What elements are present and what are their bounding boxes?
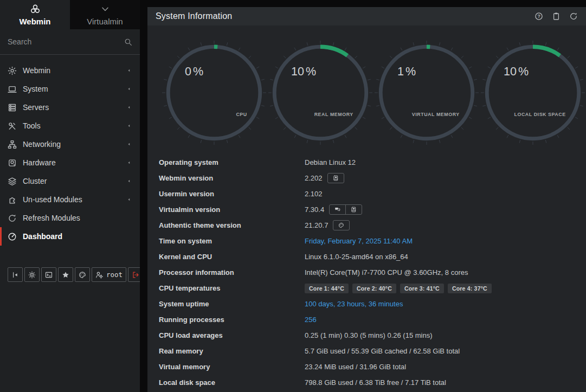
info-value: 100 days, 23 hours, 36 minutes xyxy=(305,300,403,308)
collapse-icon xyxy=(11,271,19,279)
sidebar-item-un-used-modules[interactable]: Un-used Modules xyxy=(0,190,140,209)
logout-icon xyxy=(132,271,139,279)
temperature-badge: Core 2: 40°C xyxy=(352,284,396,293)
sidebar-item-label: Dashboard xyxy=(23,232,62,241)
theme-palette-button[interactable] xyxy=(75,267,90,282)
info-value: 0.25 (1 min) 0.30 (5 mins) 0.26 (15 mins… xyxy=(305,331,433,339)
tab-virtualmin[interactable]: Virtualmin xyxy=(70,0,140,29)
info-value: 7.30.4 xyxy=(305,204,362,215)
info-value: Debian Linux 12 xyxy=(305,158,356,166)
info-label: Local disk space xyxy=(159,378,305,387)
info-value: 2.202 xyxy=(305,173,344,183)
info-row-local-disk-space: Local disk space798.8 GiB used / 6.38 Ti… xyxy=(147,375,586,390)
info-value: 798.8 GiB used / 6.38 TiB free / 7.17 Ti… xyxy=(305,378,446,387)
sidebar-item-servers[interactable]: Servers xyxy=(0,98,140,117)
collapse-sidebar-button[interactable] xyxy=(8,267,23,282)
puzzle-icon xyxy=(8,195,17,204)
gauge-virtual-memory: 1%VIRTUAL MEMORY xyxy=(374,40,480,146)
gauges-row: 0%CPU10%REAL MEMORY1%VIRTUAL MEMORY10%LO… xyxy=(161,40,586,146)
search-input[interactable] xyxy=(8,37,124,46)
value-actions xyxy=(329,204,362,215)
sidebar-item-system[interactable]: System xyxy=(0,80,140,98)
info-label: Authentic theme version xyxy=(159,221,305,229)
info-row-real-memory: Real memory5.7 GiB used / 55.39 GiB cach… xyxy=(147,343,586,359)
comments-button[interactable] xyxy=(330,205,345,214)
dashboard-icon xyxy=(8,232,17,241)
info-label: Usermin version xyxy=(159,190,305,198)
info-row-kernel-and-cpu: Kernel and CPULinux 6.1.0-25-amd64 on x8… xyxy=(147,249,586,265)
star-icon xyxy=(62,271,69,279)
book-button[interactable] xyxy=(328,173,344,183)
sidebar-item-hardware[interactable]: Hardware xyxy=(0,153,140,172)
info-value-text[interactable]: Friday, February 7, 2025 11:40 AM xyxy=(305,237,413,245)
tab-webmin[interactable]: Webmin xyxy=(0,0,70,29)
info-label: Time on system xyxy=(159,237,305,245)
help-button[interactable]: ? xyxy=(535,12,543,21)
sidebar-menu: WebminSystemServersToolsNetworkingHardwa… xyxy=(0,55,140,246)
gauge-real-memory: 10%REAL MEMORY xyxy=(267,40,374,146)
temperature-badge: Core 4: 37°C xyxy=(448,284,492,293)
sidebar-item-dashboard[interactable]: Dashboard xyxy=(0,227,140,246)
info-value-text: 23.24 MiB used / 31.96 GiB total xyxy=(305,363,406,371)
sidebar-item-refresh-modules[interactable]: Refresh Modules xyxy=(0,209,140,227)
info-row-cpu-temperatures: CPU temperaturesCore 1: 44°CCore 2: 40°C… xyxy=(147,280,586,296)
info-value-text[interactable]: 256 xyxy=(305,316,317,324)
sidebar-item-tools[interactable]: Tools xyxy=(0,117,140,135)
caret-left-icon xyxy=(127,160,131,165)
info-value: 23.24 MiB used / 31.96 GiB total xyxy=(305,363,406,371)
favorites-button[interactable] xyxy=(58,267,73,282)
info-label: Processor information xyxy=(159,268,305,277)
servers-icon xyxy=(8,103,17,112)
caret-left-icon xyxy=(127,105,131,110)
tab-webmin-label: Webmin xyxy=(19,17,50,26)
gauge-percent: 0% xyxy=(185,65,203,78)
sidebar-toolbar: root xyxy=(8,267,143,282)
caret-left-icon xyxy=(127,197,131,202)
info-value: Linux 6.1.0-25-amd64 on x86_64 xyxy=(305,253,408,261)
theme-brightness-button[interactable] xyxy=(24,267,40,282)
info-value-text: Debian Linux 12 xyxy=(305,158,356,166)
tab-virtualmin-label: Virtualmin xyxy=(87,17,123,26)
info-value-text[interactable]: 100 days, 23 hours, 36 minutes xyxy=(305,300,403,308)
book-button[interactable] xyxy=(345,205,362,214)
user-label: root xyxy=(106,271,123,279)
info-label: Webmin version xyxy=(159,174,305,182)
caret-left-icon xyxy=(127,142,131,147)
terminal-icon xyxy=(45,271,53,279)
info-row-authentic-theme-version: Authentic theme version21.20.7 xyxy=(147,217,586,233)
sidebar-item-cluster[interactable]: Cluster xyxy=(0,172,140,190)
temperature-badge: Core 1: 44°C xyxy=(305,284,349,293)
info-value: Core 1: 44°CCore 2: 40°CCore 3: 41°CCore… xyxy=(305,284,495,293)
info-row-system-uptime: System uptime100 days, 23 hours, 36 minu… xyxy=(147,296,586,312)
info-value-text: Intel(R) Core(TM) i7-7700 CPU @ 3.60GHz,… xyxy=(305,268,468,277)
sidebar-search xyxy=(0,29,140,55)
info-row-virtual-memory: Virtual memory23.24 MiB used / 31.96 GiB… xyxy=(147,359,586,375)
main-area: System Information ? 0%CPU10%REAL MEMORY… xyxy=(140,0,586,392)
sidebar: Webmin Virtualmin WebminSystemServersToo… xyxy=(0,0,140,392)
sidebar-item-label: Un-used Modules xyxy=(23,195,82,204)
refresh-icon xyxy=(8,214,17,223)
info-value: 5.7 GiB used / 55.39 GiB cached / 62.58 … xyxy=(305,347,460,355)
info-label: Virtualmin version xyxy=(159,205,305,214)
clipboard-button[interactable] xyxy=(552,12,561,21)
info-value-text: Linux 6.1.0-25-amd64 on x86_64 xyxy=(305,253,408,261)
sidebar-item-webmin[interactable]: Webmin xyxy=(0,61,140,80)
palette-button[interactable] xyxy=(333,221,349,230)
user-gear-icon xyxy=(95,271,103,279)
sidebar-item-label: Webmin xyxy=(23,66,50,75)
info-value-text: 21.20.7 xyxy=(305,221,328,229)
info-value: 2.102 xyxy=(305,190,323,198)
gauge-percent: 1% xyxy=(397,65,416,78)
user-button[interactable]: root xyxy=(92,267,126,282)
terminal-button[interactable] xyxy=(41,267,56,282)
info-row-running-processes: Running processes256 xyxy=(147,312,586,327)
search-icon[interactable] xyxy=(124,38,132,46)
info-value: Intel(R) Core(TM) i7-7700 CPU @ 3.60GHz,… xyxy=(305,268,468,277)
info-value-text: 7.30.4 xyxy=(305,205,324,214)
gauge-percent: 10% xyxy=(291,65,316,78)
sidebar-item-networking[interactable]: Networking xyxy=(0,135,140,153)
info-label: CPU load averages xyxy=(159,331,305,339)
refresh-button[interactable] xyxy=(569,12,578,21)
laptop-icon xyxy=(8,85,17,94)
info-label: Virtual memory xyxy=(159,363,305,371)
